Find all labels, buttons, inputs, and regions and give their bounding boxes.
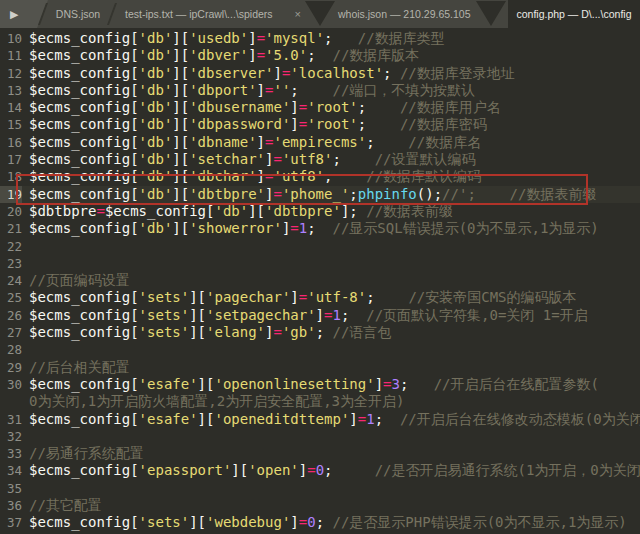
tab-3[interactable]: whois.json — 210.29.65.105× [332, 0, 476, 28]
code-row: 21$ecms_config['db']['showerror']=1; //显… [0, 220, 640, 237]
code-line[interactable] [22, 428, 29, 445]
line-number: 11 [0, 47, 22, 64]
code-line[interactable]: $dbtbpre=$ecms_config['db']['dbtbpre']; … [22, 203, 453, 220]
code-line[interactable]: $ecms_config['db']['dbpassword']='root';… [22, 116, 487, 133]
line-number: 37 [0, 514, 22, 531]
line-number: 22 [0, 238, 22, 255]
code-line[interactable]: $ecms_config['db']['dbtbpre']='phome_';p… [22, 186, 596, 203]
code-line[interactable] [22, 341, 29, 358]
code-row: 36//其它配置 [0, 497, 640, 514]
code-row: 35 [0, 480, 640, 497]
line-number: 25 [0, 289, 22, 306]
line-number: 28 [0, 341, 22, 358]
code-row: 24//页面编码设置 [0, 272, 640, 289]
line-number: 19 [0, 186, 22, 203]
code-line[interactable]: $ecms_config['epassport']['open']=0; //是… [22, 462, 640, 479]
line-number: 27 [0, 324, 22, 341]
code-line[interactable]: $ecms_config['esafe']['openeditdttemp']=… [22, 411, 640, 428]
line-number: 10 [0, 30, 22, 47]
code-line[interactable]: $ecms_config['db']['dbusername']='root';… [22, 99, 501, 116]
code-row: 16$ecms_config['db']['dbname']='empirecm… [0, 134, 640, 151]
code-row: 37$ecms_config['sets']['webdebug']=0; //… [0, 514, 640, 531]
code-row: 20$dbtbpre=$ecms_config['db']['dbtbpre']… [0, 203, 640, 220]
code-row: 28 [0, 341, 640, 358]
code-row: 12$ecms_config['db']['dbserver']='localh… [0, 65, 640, 82]
code-line[interactable]: $ecms_config['db']['usedb']='mysql'; //数… [22, 30, 445, 47]
code-row: 32 [0, 428, 640, 445]
code-row: 34$ecms_config['epassport']['open']=0; /… [0, 462, 640, 479]
line-number: 36 [0, 497, 22, 514]
code-line[interactable]: $ecms_config['db']['dbport']=''; //端口，不填… [22, 82, 475, 99]
code-row: 15$ecms_config['db']['dbpassword']='root… [0, 116, 640, 133]
code-line[interactable]: $ecms_config['db']['dbname']='empirecms'… [22, 134, 481, 151]
code-row: 26$ecms_config['sets']['setpagechar']=1;… [0, 307, 640, 324]
tab-label: test-ips.txt — ipCrawl\...\spiders [125, 8, 273, 20]
line-number: 23 [0, 255, 22, 272]
code-row: 27$ecms_config['sets']['elang']='gb'; //… [0, 324, 640, 341]
tab-4[interactable]: config.php — D\...\config [508, 0, 640, 28]
code-line[interactable]: $ecms_config['db']['dbchar']='utf8'; //数… [22, 168, 481, 185]
line-number: 30 [0, 376, 22, 393]
code-row: 33//易通行系统配置 [0, 445, 640, 462]
code-line[interactable]: 0为关闭,1为开启防火墙配置,2为开启安全配置,3为全开启) [22, 393, 404, 410]
code-row: 22 [0, 238, 640, 255]
code-row: 17$ecms_config['db']['setchar']='utf8'; … [0, 151, 640, 168]
code-row: 10$ecms_config['db']['usedb']='mysql'; /… [0, 30, 640, 47]
code-line[interactable]: $ecms_config['sets']['webdebug']=0; //是否… [22, 514, 627, 531]
tab-2[interactable]: test-ips.txt — ipCrawl\...\spiders× [116, 0, 310, 28]
line-number: 13 [0, 82, 22, 99]
code-row: 14$ecms_config['db']['dbusername']='root… [0, 99, 640, 116]
code-row: 23 [0, 255, 640, 272]
code-area: 10$ecms_config['db']['usedb']='mysql'; /… [0, 30, 640, 532]
line-number: 26 [0, 307, 22, 324]
line-number [0, 393, 22, 410]
code-row: 31$ecms_config['esafe']['openeditdttemp'… [0, 411, 640, 428]
tab-label: config.php — D\...\config [517, 8, 632, 20]
code-row: 29//后台相关配置 [0, 359, 640, 376]
code-line[interactable]: $ecms_config['db']['showerror']=1; //显示S… [22, 220, 599, 237]
code-row: 18$ecms_config['db']['dbchar']='utf8'; /… [0, 168, 640, 185]
tab-divider-wedge [476, 1, 506, 26]
line-number: 16 [0, 134, 22, 151]
code-row: 11$ecms_config['db']['dbver']='5.0'; //数… [0, 47, 640, 64]
code-row: 30$ecms_config['esafe']['openonlinesetti… [0, 376, 640, 393]
code-line[interactable]: //易通行系统配置 [22, 445, 144, 462]
editor[interactable]: 10$ecms_config['db']['usedb']='mysql'; /… [0, 28, 640, 534]
code-line[interactable]: //其它配置 [22, 497, 102, 514]
code-line[interactable]: $ecms_config['db']['dbserver']='localhos… [22, 65, 515, 82]
code-line[interactable]: $ecms_config['db']['dbver']='5.0'; //数据库… [22, 47, 419, 64]
tab-overflow-icon[interactable]: ▶ [10, 9, 18, 20]
code-line[interactable] [22, 238, 29, 255]
tab-1[interactable]: DNS.json [46, 0, 110, 28]
line-number: 14 [0, 99, 22, 116]
tab-close-icon[interactable]: × [295, 8, 301, 20]
tab-label: DNS.json [56, 8, 100, 20]
code-line[interactable]: $ecms_config['db']['setchar']='utf8'; //… [22, 151, 476, 168]
tab-bar: ▶ DNS.jsontest-ips.txt — ipCrawl\...\spi… [0, 0, 640, 28]
code-line[interactable]: $ecms_config['esafe']['openonlinesetting… [22, 376, 599, 393]
line-number: 31 [0, 411, 22, 428]
line-number: 29 [0, 359, 22, 376]
code-line[interactable]: //后台相关配置 [22, 359, 130, 376]
code-line[interactable]: //页面编码设置 [22, 272, 130, 289]
code-line[interactable] [22, 255, 29, 272]
code-row: 19$ecms_config['db']['dbtbpre']='phome_'… [0, 186, 640, 203]
code-line[interactable]: $ecms_config['sets']['pagechar']='utf-8'… [22, 289, 577, 306]
tab-label: whois.json — 210.29.65.105 [338, 8, 471, 20]
line-number: 34 [0, 462, 22, 479]
code-row: 25$ecms_config['sets']['pagechar']='utf-… [0, 289, 640, 306]
line-number: 17 [0, 151, 22, 168]
line-number: 20 [0, 203, 22, 220]
code-line[interactable]: $ecms_config['sets']['setpagechar']=1; /… [22, 307, 588, 324]
line-number: 35 [0, 480, 22, 497]
line-number: 33 [0, 445, 22, 462]
code-row: 13$ecms_config['db']['dbport']=''; //端口，… [0, 82, 640, 99]
code-line[interactable]: $ecms_config['sets']['elang']='gb'; //语言… [22, 324, 391, 341]
code-line[interactable] [22, 480, 29, 497]
line-number: 32 [0, 428, 22, 445]
line-number: 21 [0, 220, 22, 237]
line-number: 15 [0, 116, 22, 133]
code-row: 0为关闭,1为开启防火墙配置,2为开启安全配置,3为全开启) [0, 393, 640, 410]
line-number: 18 [0, 168, 22, 185]
line-number: 12 [0, 65, 22, 82]
